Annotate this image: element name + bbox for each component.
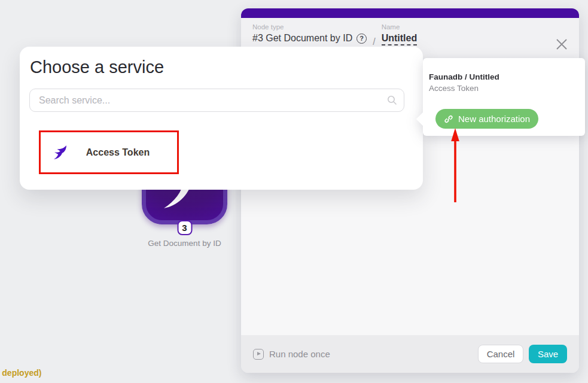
node-name-value[interactable]: Untitled [382,33,418,45]
new-authorization-button[interactable]: New authorization [435,109,538,129]
modal-title: Choose a service [30,57,413,77]
panel-accent-bar [241,8,579,18]
fauna-bird-icon [53,145,67,160]
node-caption: Get Document by ID [148,239,221,248]
choose-service-modal: Choose a service Access Token [20,47,423,190]
search-service-input[interactable] [29,89,404,112]
help-icon[interactable]: ? [357,34,367,44]
search-icon [387,95,397,105]
node-index-badge: 3 [177,220,192,235]
node-name-column: Name Untitled [382,23,418,45]
authorization-popover-box: Faunadb / Untitled Access Token New auth… [423,58,585,136]
run-node-once-label: Run node once [269,349,330,359]
authorization-popover: Faunadb / Untitled Access Token New auth… [423,58,585,136]
node-name-label: Name [382,23,418,31]
cancel-button[interactable]: Cancel [478,345,523,363]
deploy-status-label: (not deployed) [0,368,41,378]
play-icon [253,349,264,360]
panel-footer: Run node once Cancel Save [241,335,579,373]
authorization-service-subtitle: Access Token [429,84,479,93]
authorization-service-title: Faunadb / Untitled [429,72,499,81]
node-type-column: Node type #3 Get Document by ID ? [252,23,367,44]
close-button[interactable] [554,37,569,52]
new-authorization-label: New authorization [458,114,530,124]
save-button[interactable]: Save [529,345,567,363]
node-type-value: #3 Get Document by ID [252,33,352,44]
service-item-access-token[interactable]: Access Token [39,130,179,174]
close-icon [554,37,569,52]
link-icon [444,114,453,124]
header-separator: / [373,23,375,47]
service-item-label: Access Token [67,147,177,158]
run-node-once-button[interactable]: Run node once [253,349,330,360]
node-type-label: Node type [252,23,367,31]
